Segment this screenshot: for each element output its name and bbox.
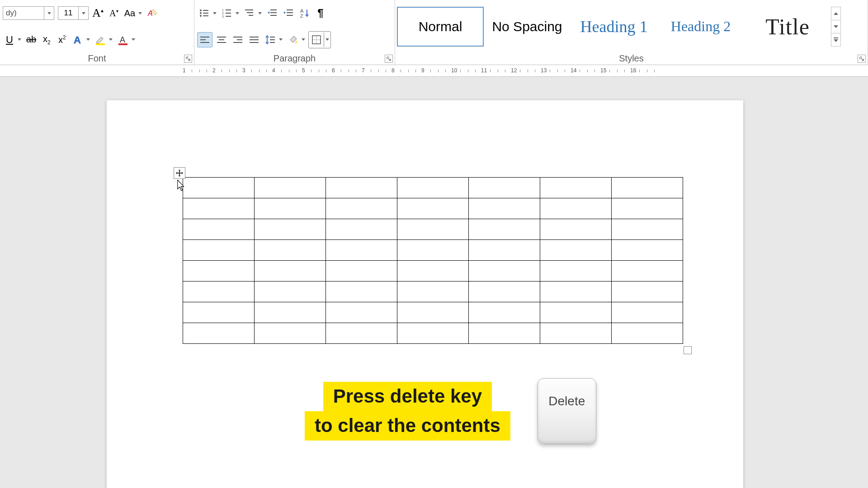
table-move-handle[interactable] <box>174 167 185 179</box>
table-cell[interactable] <box>540 282 612 302</box>
table-cell[interactable] <box>540 178 612 198</box>
table-cell[interactable] <box>612 219 683 240</box>
table-cell[interactable] <box>469 219 540 240</box>
table-row[interactable] <box>183 178 683 198</box>
table-cell[interactable] <box>397 302 469 323</box>
document-canvas[interactable]: Press delete key to clear the contents D… <box>0 77 868 488</box>
table-cell[interactable] <box>469 302 540 323</box>
table-cell[interactable] <box>183 219 255 240</box>
table-row[interactable] <box>183 219 683 240</box>
table-cell[interactable] <box>540 261 612 282</box>
table-cell[interactable] <box>540 302 612 323</box>
font-size-combo[interactable]: 11 <box>58 6 89 20</box>
table-cell[interactable] <box>326 219 397 240</box>
gallery-more-button[interactable] <box>831 33 840 46</box>
table-cell[interactable] <box>183 323 255 344</box>
table-cell[interactable] <box>326 261 397 282</box>
shrink-font-button[interactable]: A▾ <box>107 5 121 21</box>
bullets-button[interactable] <box>197 5 218 21</box>
table-cell[interactable] <box>612 240 683 261</box>
align-center-button[interactable] <box>214 32 229 47</box>
table-row[interactable] <box>183 323 683 344</box>
align-left-button[interactable] <box>197 32 212 47</box>
justify-button[interactable] <box>247 32 261 47</box>
table-cell[interactable] <box>255 219 326 240</box>
table-resize-handle[interactable] <box>684 346 692 354</box>
table-cell[interactable] <box>183 282 255 302</box>
table-cell[interactable] <box>397 323 469 344</box>
decrease-indent-button[interactable] <box>265 5 279 21</box>
paragraph-dialog-launcher[interactable] <box>385 55 393 63</box>
table-cell[interactable] <box>612 178 683 198</box>
table-cell[interactable] <box>397 261 469 282</box>
font-name-dropdown[interactable] <box>44 7 54 19</box>
style-normal[interactable]: Normal <box>397 7 484 47</box>
show-hide-marks-button[interactable]: ¶ <box>314 5 327 21</box>
table-cell[interactable] <box>612 198 683 219</box>
numbering-button[interactable]: 123 <box>220 5 241 21</box>
table-cell[interactable] <box>540 219 612 240</box>
table-cell[interactable] <box>255 282 326 302</box>
table-cell[interactable] <box>326 240 397 261</box>
styles-dialog-launcher[interactable] <box>858 55 866 63</box>
superscript-button[interactable]: x2 <box>55 32 69 47</box>
text-effects-button[interactable]: A <box>71 32 91 47</box>
table-cell[interactable] <box>326 178 397 198</box>
align-right-button[interactable] <box>231 32 245 47</box>
style-heading-2[interactable]: Heading 2 <box>657 7 744 47</box>
table-cell[interactable] <box>469 198 540 219</box>
table-cell[interactable] <box>255 240 326 261</box>
shading-button[interactable] <box>286 32 307 47</box>
gallery-down-button[interactable] <box>831 20 840 33</box>
table-cell[interactable] <box>540 240 612 261</box>
table-row[interactable] <box>183 261 683 282</box>
font-size-dropdown[interactable] <box>78 7 88 19</box>
table-cell[interactable] <box>397 198 469 219</box>
table-cell[interactable] <box>397 240 469 261</box>
table-cell[interactable] <box>255 198 326 219</box>
font-color-button[interactable]: A <box>116 32 137 47</box>
table-cell[interactable] <box>326 302 397 323</box>
style-title[interactable]: Title <box>744 7 831 47</box>
sort-button[interactable]: AZ <box>297 5 312 21</box>
table-cell[interactable] <box>612 282 683 302</box>
table-cell[interactable] <box>255 302 326 323</box>
table-cell[interactable] <box>469 240 540 261</box>
table-cell[interactable] <box>183 240 255 261</box>
increase-indent-button[interactable] <box>281 5 296 21</box>
table-cell[interactable] <box>183 178 255 198</box>
table-cell[interactable] <box>612 261 683 282</box>
table-cell[interactable] <box>397 178 469 198</box>
table-cell[interactable] <box>326 198 397 219</box>
table-cell[interactable] <box>326 282 397 302</box>
underline-button[interactable]: U <box>3 32 23 47</box>
table-cell[interactable] <box>469 323 540 344</box>
table-cell[interactable] <box>183 261 255 282</box>
line-spacing-button[interactable] <box>263 32 284 47</box>
grow-font-button[interactable]: A▴ <box>90 5 105 21</box>
gallery-up-button[interactable] <box>831 7 840 20</box>
font-dialog-launcher[interactable] <box>184 55 192 63</box>
table-cell[interactable] <box>540 198 612 219</box>
change-case-button[interactable]: Aa <box>123 5 143 21</box>
table-row[interactable] <box>183 240 683 261</box>
font-name-combo[interactable]: dy) <box>3 6 54 20</box>
table-row[interactable] <box>183 282 683 302</box>
style-no-spacing[interactable]: No Spacing <box>484 7 571 47</box>
table-cell[interactable] <box>469 178 540 198</box>
table-cell[interactable] <box>255 261 326 282</box>
table-cell[interactable] <box>469 261 540 282</box>
table-cell[interactable] <box>469 282 540 302</box>
highlight-color-button[interactable] <box>93 32 114 47</box>
style-heading-1[interactable]: Heading 1 <box>571 7 657 47</box>
borders-button[interactable] <box>308 31 331 48</box>
multilevel-list-button[interactable] <box>242 5 263 21</box>
page[interactable]: Press delete key to clear the contents D… <box>107 100 743 488</box>
table-cell[interactable] <box>397 282 469 302</box>
table-cell[interactable] <box>612 323 683 344</box>
subscript-button[interactable]: x2 <box>40 32 53 47</box>
table-row[interactable] <box>183 302 683 323</box>
table-cell[interactable] <box>326 323 397 344</box>
horizontal-ruler[interactable]: 12345678910111213141516 <box>0 65 868 77</box>
table-cell[interactable] <box>612 302 683 323</box>
